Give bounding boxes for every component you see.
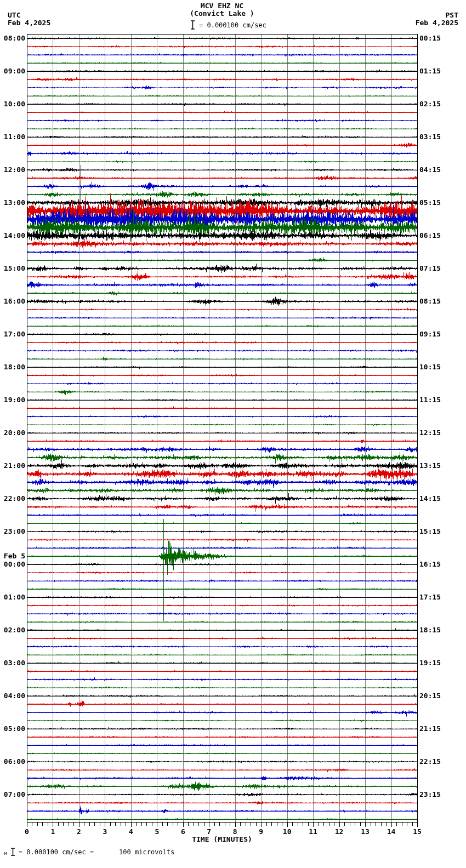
utc-time-label: 15:00: [0, 264, 25, 272]
utc-time-label: 11:00: [0, 133, 25, 141]
x-axis-tick-label: 12: [335, 827, 344, 836]
pst-time-label: 17:15: [419, 593, 463, 601]
pst-time-label: 01:15: [419, 67, 463, 75]
pst-time-label: 04:15: [419, 165, 463, 174]
x-axis-tick-label: 2: [77, 827, 81, 836]
pst-time-label: 12:15: [419, 429, 463, 437]
utc-time-label: 12:00: [0, 165, 25, 174]
x-axis-tick-label: 5: [155, 827, 159, 836]
pst-time-label: 22:15: [419, 757, 463, 766]
utc-time-label: 19:00: [0, 396, 25, 404]
right-timezone-label: PST: [446, 12, 458, 19]
x-axis-tick-label: 15: [413, 827, 422, 836]
x-axis-tick-label: 1: [51, 827, 55, 836]
right-date-label: Feb 4,2025: [416, 19, 458, 27]
x-axis-tick-label: 14: [387, 827, 396, 836]
helicorder-page: UTC Feb 4,2025 PST Feb 4,2025 MCV EHZ NC…: [0, 0, 466, 868]
x-axis-tick-label: 0: [25, 827, 29, 836]
utc-time-label: 10:00: [0, 100, 25, 108]
micro-marker: м: [4, 852, 7, 856]
x-axis-tick-label: 8: [233, 827, 237, 836]
utc-time-label: 14:00: [0, 231, 25, 239]
pst-time-label: 11:15: [419, 396, 463, 404]
utc-time-label: 23:00: [0, 527, 25, 535]
pst-time-label: 21:15: [419, 724, 463, 733]
pst-time-label: 13:15: [419, 461, 463, 470]
footnote-scale-text: = 0.000100 cm/sec =: [19, 848, 94, 856]
utc-time-label: 13:00: [0, 198, 25, 207]
pst-time-label: 09:15: [419, 330, 463, 338]
x-axis-title: TIME (MINUTES): [192, 835, 252, 843]
pst-time-label: 06:15: [419, 231, 463, 239]
utc-time-label: 22:00: [0, 494, 25, 502]
utc-time-label: 03:00: [0, 659, 25, 667]
pst-time-label: 16:15: [419, 560, 463, 568]
utc-time-label: 02:00: [0, 626, 25, 634]
x-axis-tick-label: 13: [361, 827, 370, 836]
amplitude-footnote: м = 0.000100 cm/sec = 100 microvolts: [4, 848, 174, 856]
left-date-label: Feb 4,2025: [8, 19, 50, 27]
pst-time-label: 15:15: [419, 527, 463, 535]
utc-time-label: 21:00: [0, 461, 25, 470]
pst-time-label: 08:15: [419, 297, 463, 305]
pst-time-label: 18:15: [419, 626, 463, 634]
utc-date-label: Feb 5: [0, 552, 25, 560]
pst-time-label: 07:15: [419, 264, 463, 272]
left-timezone-label: UTC: [8, 12, 20, 19]
x-axis-tick-label: 9: [259, 827, 263, 836]
scale-text: = 0.000100 cm/sec: [199, 21, 266, 29]
utc-time-label: 09:00: [0, 67, 25, 75]
utc-time-label: 05:00: [0, 724, 25, 733]
utc-time-label: 16:00: [0, 297, 25, 305]
x-axis-tick-label: 6: [181, 827, 185, 836]
utc-time-label: 07:00: [0, 790, 25, 798]
seismogram-plot: [0, 0, 466, 868]
utc-time-label: 01:00: [0, 593, 25, 601]
scale-bar-icon: [190, 20, 195, 30]
utc-time-label: 17:00: [0, 330, 25, 338]
pst-time-label: 23:15: [419, 790, 463, 798]
utc-time-label: 06:00: [0, 757, 25, 766]
pst-time-label: 00:15: [419, 34, 463, 42]
pst-time-label: 20:15: [419, 692, 463, 700]
pst-time-label: 19:15: [419, 659, 463, 667]
station-title: MCV EHZ NC: [190, 2, 254, 10]
x-axis-tick-label: 11: [309, 827, 317, 836]
x-axis-tick-label: 4: [129, 827, 133, 836]
pst-time-label: 03:15: [419, 133, 463, 141]
x-axis-tick-label: 3: [103, 827, 107, 836]
x-axis-tick-label: 10: [283, 827, 292, 836]
pst-time-label: 05:15: [419, 198, 463, 207]
pst-time-label: 02:15: [419, 100, 463, 108]
utc-time-label: 00:00: [0, 560, 25, 568]
footnote-microvolts-text: 100 microvolts: [119, 848, 174, 856]
utc-time-label: 20:00: [0, 429, 25, 437]
pst-time-label: 14:15: [419, 494, 463, 502]
utc-time-label: 08:00: [0, 34, 25, 42]
x-axis-tick-label: 7: [207, 827, 211, 836]
utc-time-label: 18:00: [0, 363, 25, 371]
scale-bar-icon: [10, 848, 15, 856]
pst-time-label: 10:15: [419, 363, 463, 371]
utc-time-label: 04:00: [0, 692, 25, 700]
station-location: (Convict Lake ): [190, 10, 254, 18]
